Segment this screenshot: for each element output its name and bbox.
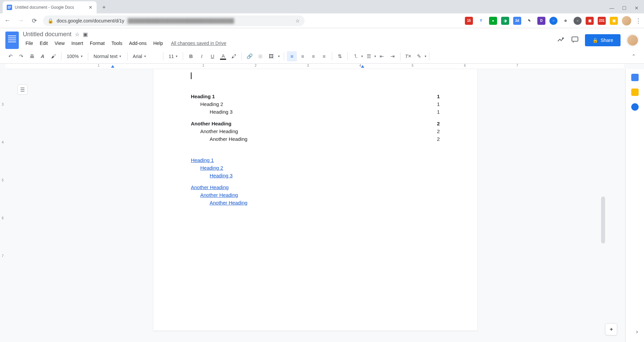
menu-addons[interactable]: Add-ons — [126, 39, 149, 47]
chevron-down-icon[interactable]: ▾ — [361, 54, 363, 58]
spellcheck-icon[interactable]: A — [38, 51, 48, 61]
image-icon[interactable]: 🖼 — [266, 51, 276, 61]
toc-row: Another Heading2 — [191, 120, 440, 127]
print-icon[interactable]: 🖶 — [27, 51, 37, 61]
close-window-icon[interactable]: ✕ — [635, 5, 639, 11]
align-left-icon[interactable]: ≡ — [287, 51, 297, 61]
extension-icon[interactable]: ▣ — [586, 17, 594, 25]
extension-icon[interactable]: 2d — [513, 17, 521, 25]
document-canvas[interactable]: ☰ Heading 11 Heading 21 Heading 31 Anoth… — [5, 69, 625, 342]
chevron-down-icon[interactable]: ▾ — [425, 54, 426, 58]
redo-icon[interactable]: ↷ — [16, 51, 26, 61]
extension-icon[interactable]: ▣ — [610, 17, 618, 25]
extension-icon[interactable]: ○ — [549, 17, 557, 25]
align-justify-icon[interactable]: ≡ — [319, 51, 329, 61]
url-text: docs.google.com/document/d/1y — [57, 18, 124, 23]
page[interactable]: Heading 11 Heading 21 Heading 31 Another… — [153, 69, 477, 331]
toc-row: Another Heading2 — [191, 135, 440, 143]
vertical-ruler[interactable]: 3 4 5 6 7 — [0, 69, 5, 342]
share-button[interactable]: 🔒 Share — [585, 34, 621, 46]
bold-icon[interactable]: B — [186, 51, 196, 61]
url-bar[interactable]: 🔒 docs.google.com/document/d/1y ████████… — [43, 15, 305, 26]
star-icon[interactable]: ☆ — [75, 31, 79, 38]
calendar-icon[interactable] — [631, 74, 639, 81]
toc-link-row: Heading 2 — [191, 164, 440, 172]
toc-row: Heading 11 — [191, 93, 440, 100]
keep-icon[interactable] — [631, 89, 639, 96]
paint-format-icon[interactable]: 🖌 — [48, 51, 58, 61]
indent-marker-right[interactable] — [361, 65, 364, 68]
document-title[interactable]: Untitled document — [23, 31, 71, 38]
scrollbar[interactable] — [601, 196, 605, 243]
text-color-icon[interactable]: A — [218, 51, 228, 61]
menu-view[interactable]: View — [52, 39, 67, 47]
chevron-down-icon[interactable]: ▾ — [374, 54, 376, 58]
chevron-down-icon[interactable]: ▾ — [277, 54, 281, 58]
extension-icon[interactable]: ● — [489, 17, 497, 25]
menu-format[interactable]: Format — [87, 39, 107, 47]
save-status[interactable]: All changes saved in Drive — [171, 41, 226, 46]
activity-icon[interactable] — [557, 36, 565, 45]
clear-format-icon[interactable]: T✕ — [403, 51, 413, 61]
collapse-toolbar-icon[interactable]: ⌃ — [629, 51, 639, 61]
side-panel-expand-icon[interactable]: › — [636, 328, 638, 335]
extension-icon[interactable]: ◑ — [501, 17, 509, 25]
menu-help[interactable]: Help — [151, 39, 166, 47]
italic-icon[interactable]: I — [197, 51, 207, 61]
docs-logo-icon[interactable] — [5, 32, 19, 49]
link-icon[interactable]: 🔗 — [245, 51, 255, 61]
tasks-icon[interactable] — [631, 103, 639, 111]
menu-file[interactable]: File — [23, 39, 36, 47]
menu-tools[interactable]: Tools — [109, 39, 125, 47]
tab-close-icon[interactable]: ✕ — [89, 5, 93, 10]
numbered-list-icon[interactable]: ⒈ — [351, 51, 361, 61]
window-controls: — ☐ ✕ — [609, 5, 644, 13]
toolbar: ↶ ↷ 🖶 A 🖌 100%▾ Normal text▾ Arial▾ 11▾ … — [0, 49, 644, 64]
undo-icon[interactable]: ↶ — [5, 51, 15, 61]
extension-icon[interactable]: ⊕ — [561, 17, 570, 25]
extension-icon[interactable]: Y — [477, 17, 485, 25]
indent-marker-left[interactable] — [111, 65, 114, 68]
underline-icon[interactable]: U — [207, 51, 217, 61]
move-icon[interactable]: ▣ — [83, 31, 88, 38]
align-right-icon[interactable]: ≡ — [308, 51, 318, 61]
new-tab-button[interactable]: + — [99, 3, 109, 12]
font-dropdown[interactable]: Arial▾ — [130, 51, 160, 61]
toc-link-row: Heading 3 — [191, 172, 440, 179]
menu-edit[interactable]: Edit — [37, 39, 51, 47]
extension-icon[interactable]: ✎ — [525, 17, 533, 25]
horizontal-ruler[interactable]: 1 1 2 3 4 5 6 7 — [5, 64, 624, 69]
lock-icon: 🔒 — [48, 18, 53, 23]
zoom-dropdown[interactable]: 100%▾ — [64, 51, 85, 61]
extension-icon[interactable]: 231 — [598, 17, 606, 25]
comments-icon[interactable] — [571, 36, 579, 45]
align-center-icon[interactable]: ≡ — [298, 51, 308, 61]
chrome-profile-avatar[interactable] — [622, 16, 631, 25]
outline-toggle-icon[interactable]: ☰ — [17, 84, 28, 95]
decrease-indent-icon[interactable]: ⇤ — [377, 51, 387, 61]
account-avatar[interactable] — [627, 34, 639, 46]
forward-icon[interactable]: → — [16, 17, 25, 24]
add-comment-icon[interactable]: ⊞ — [255, 51, 265, 61]
highlight-icon[interactable]: 🖍 — [229, 51, 239, 61]
extension-icon[interactable]: D — [537, 17, 545, 25]
chrome-menu-icon[interactable]: ⋮ — [635, 17, 641, 24]
back-icon[interactable]: ← — [3, 17, 12, 24]
extension-icon[interactable]: ○ — [574, 17, 582, 25]
extension-icon[interactable]: 15 — [465, 17, 473, 25]
menu-insert[interactable]: Insert — [69, 39, 86, 47]
style-dropdown[interactable]: Normal text▾ — [91, 51, 124, 61]
explore-button[interactable]: ✦ — [605, 323, 617, 335]
line-spacing-icon[interactable]: ⇅ — [335, 51, 345, 61]
bookmark-star-icon[interactable]: ☆ — [296, 18, 300, 23]
editing-mode-icon[interactable]: ✎ — [414, 51, 424, 61]
bulleted-list-icon[interactable]: ☰ — [364, 51, 374, 61]
increase-indent-icon[interactable]: ⇥ — [387, 51, 397, 61]
size-dropdown[interactable]: 11▾ — [166, 51, 180, 61]
docs-favicon — [7, 5, 12, 10]
reload-icon[interactable]: ⟳ — [30, 17, 39, 24]
browser-tab[interactable]: Untitled document - Google Docs ✕ — [3, 1, 97, 13]
chevron-down-icon: ▾ — [176, 54, 177, 58]
maximize-icon[interactable]: ☐ — [622, 5, 627, 11]
minimize-icon[interactable]: — — [609, 5, 614, 11]
